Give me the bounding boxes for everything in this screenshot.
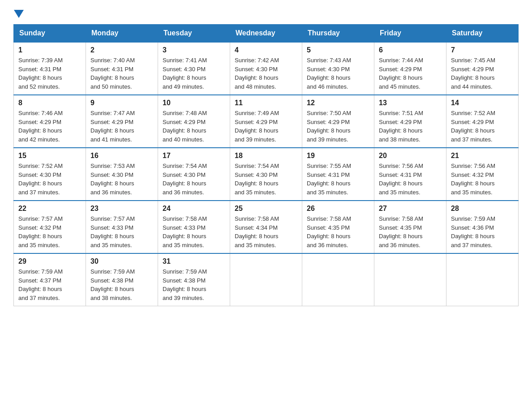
sunrise-info: Sunrise: 7:43 AM [307, 56, 369, 65]
daylight-info: Daylight: 8 hours [235, 73, 297, 82]
day-number: 20 [379, 152, 442, 160]
day-info: Sunrise: 7:48 AMSunset: 4:29 PMDaylight:… [163, 109, 225, 144]
daylight-minutes: and 37 minutes. [451, 241, 514, 250]
daylight-info: Daylight: 8 hours [235, 126, 297, 135]
day-info: Sunrise: 7:58 AMSunset: 4:35 PMDaylight:… [379, 214, 442, 249]
calendar-day-cell: 13Sunrise: 7:51 AMSunset: 4:29 PMDayligh… [374, 95, 446, 148]
day-info: Sunrise: 7:52 AMSunset: 4:29 PMDaylight:… [451, 109, 514, 144]
svg-marker-0 [14, 10, 24, 18]
day-info: Sunrise: 7:54 AMSunset: 4:30 PMDaylight:… [235, 162, 297, 197]
calendar-day-cell: 20Sunrise: 7:56 AMSunset: 4:31 PMDayligh… [374, 148, 446, 201]
calendar-day-cell: 11Sunrise: 7:49 AMSunset: 4:29 PMDayligh… [230, 95, 302, 148]
sunrise-info: Sunrise: 7:44 AM [379, 56, 442, 65]
sunrise-info: Sunrise: 7:56 AM [379, 162, 442, 171]
sunset-info: Sunset: 4:38 PM [163, 276, 225, 285]
calendar-day-cell: 1Sunrise: 7:39 AMSunset: 4:31 PMDaylight… [14, 42, 86, 95]
sunrise-info: Sunrise: 7:57 AM [90, 214, 153, 223]
sunset-info: Sunset: 4:31 PM [90, 65, 153, 74]
day-info: Sunrise: 7:55 AMSunset: 4:31 PMDaylight:… [307, 162, 369, 197]
calendar-day-cell: 16Sunrise: 7:53 AMSunset: 4:30 PMDayligh… [86, 148, 158, 201]
day-info: Sunrise: 7:56 AMSunset: 4:32 PMDaylight:… [451, 162, 514, 197]
sunset-info: Sunset: 4:29 PM [235, 118, 297, 127]
calendar-day-cell: 8Sunrise: 7:46 AMSunset: 4:29 PMDaylight… [14, 95, 86, 148]
daylight-info: Daylight: 8 hours [307, 73, 369, 82]
day-info: Sunrise: 7:45 AMSunset: 4:29 PMDaylight:… [451, 56, 514, 91]
calendar-day-cell: 26Sunrise: 7:58 AMSunset: 4:35 PMDayligh… [302, 201, 374, 253]
day-number: 12 [307, 99, 369, 107]
sunset-info: Sunset: 4:30 PM [90, 171, 153, 180]
day-number: 6 [379, 46, 442, 54]
daylight-minutes: and 36 minutes. [90, 188, 153, 197]
daylight-info: Daylight: 8 hours [90, 232, 153, 241]
calendar-day-cell: 21Sunrise: 7:56 AMSunset: 4:32 PMDayligh… [446, 148, 519, 201]
daylight-minutes: and 45 minutes. [379, 82, 442, 91]
sunrise-info: Sunrise: 7:55 AM [307, 162, 369, 171]
daylight-info: Daylight: 8 hours [379, 73, 442, 82]
daylight-minutes: and 41 minutes. [90, 135, 153, 144]
daylight-info: Daylight: 8 hours [90, 126, 153, 135]
calendar-day-header: Saturday [446, 25, 519, 43]
day-number: 17 [163, 152, 225, 160]
day-number: 26 [307, 205, 369, 213]
day-number: 11 [235, 99, 297, 107]
sunset-info: Sunset: 4:29 PM [451, 118, 514, 127]
calendar-day-cell: 5Sunrise: 7:43 AMSunset: 4:30 PMDaylight… [302, 42, 374, 95]
day-number: 15 [18, 152, 81, 160]
calendar-header-row: SundayMondayTuesdayWednesdayThursdayFrid… [14, 25, 519, 43]
sunset-info: Sunset: 4:32 PM [451, 171, 514, 180]
day-number: 23 [90, 205, 153, 213]
day-number: 16 [90, 152, 153, 160]
day-info: Sunrise: 7:43 AMSunset: 4:30 PMDaylight:… [307, 56, 369, 91]
daylight-info: Daylight: 8 hours [379, 126, 442, 135]
calendar-day-cell: 24Sunrise: 7:58 AMSunset: 4:33 PMDayligh… [158, 201, 230, 253]
sunset-info: Sunset: 4:36 PM [451, 223, 514, 232]
sunset-info: Sunset: 4:31 PM [379, 171, 442, 180]
day-number: 7 [451, 46, 514, 54]
sunrise-info: Sunrise: 7:42 AM [235, 56, 297, 65]
day-number: 1 [18, 46, 81, 54]
daylight-info: Daylight: 8 hours [163, 285, 225, 294]
daylight-minutes: and 49 minutes. [163, 82, 225, 91]
daylight-minutes: and 50 minutes. [90, 82, 153, 91]
calendar-table: SundayMondayTuesdayWednesdayThursdayFrid… [13, 24, 519, 306]
calendar-week-row: 15Sunrise: 7:52 AMSunset: 4:30 PMDayligh… [14, 148, 519, 201]
sunrise-info: Sunrise: 7:46 AM [18, 109, 81, 118]
daylight-minutes: and 36 minutes. [307, 241, 369, 250]
daylight-info: Daylight: 8 hours [379, 179, 442, 188]
sunrise-info: Sunrise: 7:58 AM [163, 214, 225, 223]
sunrise-info: Sunrise: 7:59 AM [18, 267, 81, 276]
daylight-minutes: and 35 minutes. [235, 241, 297, 250]
sunset-info: Sunset: 4:30 PM [235, 65, 297, 74]
daylight-minutes: and 35 minutes. [379, 188, 442, 197]
sunrise-info: Sunrise: 7:49 AM [235, 109, 297, 118]
calendar-day-cell: 2Sunrise: 7:40 AMSunset: 4:31 PMDaylight… [86, 42, 158, 95]
day-number: 2 [90, 46, 153, 54]
sunset-info: Sunset: 4:29 PM [379, 65, 442, 74]
day-number: 8 [18, 99, 81, 107]
daylight-info: Daylight: 8 hours [235, 232, 297, 241]
daylight-info: Daylight: 8 hours [451, 73, 514, 82]
calendar-day-header: Sunday [14, 25, 86, 43]
calendar-day-cell: 18Sunrise: 7:54 AMSunset: 4:30 PMDayligh… [230, 148, 302, 201]
sunset-info: Sunset: 4:35 PM [307, 223, 369, 232]
daylight-info: Daylight: 8 hours [90, 73, 153, 82]
daylight-minutes: and 48 minutes. [235, 82, 297, 91]
sunrise-info: Sunrise: 7:52 AM [451, 109, 514, 118]
sunrise-info: Sunrise: 7:59 AM [451, 214, 514, 223]
day-number: 18 [235, 152, 297, 160]
logo [13, 9, 24, 20]
sunrise-info: Sunrise: 7:58 AM [307, 214, 369, 223]
day-info: Sunrise: 7:54 AMSunset: 4:30 PMDaylight:… [163, 162, 225, 197]
day-info: Sunrise: 7:46 AMSunset: 4:29 PMDaylight:… [18, 109, 81, 144]
page-header [13, 9, 519, 20]
daylight-minutes: and 35 minutes. [307, 188, 369, 197]
day-number: 3 [163, 46, 225, 54]
sunset-info: Sunset: 4:35 PM [379, 223, 442, 232]
daylight-info: Daylight: 8 hours [379, 232, 442, 241]
sunset-info: Sunset: 4:29 PM [90, 118, 153, 127]
calendar-day-cell: 30Sunrise: 7:59 AMSunset: 4:38 PMDayligh… [86, 253, 158, 306]
sunrise-info: Sunrise: 7:40 AM [90, 56, 153, 65]
sunset-info: Sunset: 4:29 PM [163, 118, 225, 127]
day-info: Sunrise: 7:44 AMSunset: 4:29 PMDaylight:… [379, 56, 442, 91]
calendar-day-cell: 19Sunrise: 7:55 AMSunset: 4:31 PMDayligh… [302, 148, 374, 201]
